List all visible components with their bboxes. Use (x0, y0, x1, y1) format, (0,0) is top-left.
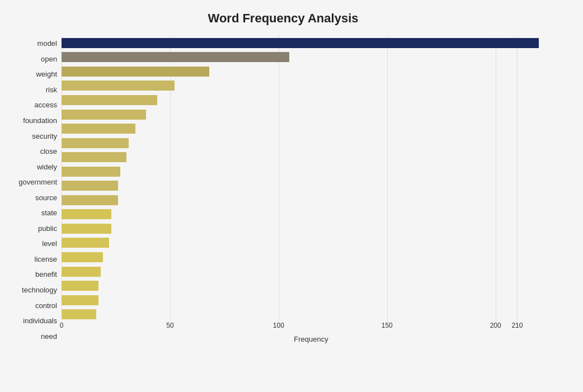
bar (62, 81, 175, 91)
y-label: government (18, 178, 57, 186)
bar (62, 224, 111, 234)
bar (62, 281, 98, 291)
chart-title: Word Frequency Analysis (6, 11, 561, 26)
bar-row (62, 223, 561, 235)
y-label: technology (22, 286, 57, 294)
y-label: open (41, 55, 57, 63)
y-label: weight (36, 70, 57, 78)
y-label: security (32, 133, 57, 140)
bars-rows (62, 36, 561, 322)
x-ticks: 050100150200210 (62, 322, 561, 333)
bar (62, 138, 129, 148)
chart-area: modelopenweightriskaccessfoundationsecur… (6, 36, 561, 344)
y-label: foundation (23, 117, 57, 124)
bar (62, 309, 96, 319)
bar (62, 295, 98, 305)
x-tick-label: 210 (511, 322, 523, 329)
y-label: model (37, 40, 57, 47)
bar (62, 95, 157, 105)
x-tick-label: 50 (166, 322, 173, 329)
bar (62, 181, 118, 191)
bar-row (62, 308, 561, 320)
bar-row (62, 122, 561, 135)
bar (62, 52, 289, 62)
bar (62, 209, 111, 219)
bar (62, 124, 135, 134)
bar (62, 38, 539, 48)
bars-and-xaxis: 050100150200210 Frequency (62, 36, 561, 344)
x-tick-label: 200 (490, 322, 501, 329)
bar-row (62, 266, 561, 278)
x-axis: 050100150200210 Frequency (62, 322, 561, 344)
y-label: public (38, 225, 57, 232)
y-label: risk (46, 86, 57, 93)
bar (62, 110, 146, 120)
bar-row (62, 280, 561, 292)
y-label: close (40, 148, 57, 155)
bar-row (62, 251, 561, 263)
y-label: benefit (35, 271, 57, 278)
bar-row (62, 151, 561, 163)
bar (62, 252, 103, 262)
y-label: individuals (23, 317, 57, 324)
bar (62, 152, 126, 162)
bar-row (62, 94, 561, 106)
bar-row (62, 108, 561, 121)
bar-row (62, 51, 561, 63)
y-labels: modelopenweightriskaccessfoundationsecur… (6, 36, 62, 344)
x-tick-label: 0 (60, 322, 64, 329)
bar (62, 238, 109, 248)
x-tick-label: 150 (382, 322, 393, 329)
y-label: access (35, 101, 57, 108)
bar (62, 195, 118, 205)
bar-row (62, 194, 561, 206)
bar-row (62, 180, 561, 192)
bar-row (62, 166, 561, 178)
y-label: widely (37, 163, 57, 171)
bar (62, 167, 120, 177)
bar-row (62, 37, 561, 49)
y-label: need (41, 333, 57, 340)
bar-row (62, 65, 561, 78)
bar-row (62, 237, 561, 249)
bar-row (62, 79, 561, 92)
bar (62, 267, 101, 277)
bar-row (62, 294, 561, 306)
bar-row (62, 208, 561, 220)
y-label: level (42, 240, 57, 247)
y-label: control (35, 302, 57, 309)
x-axis-label: Frequency (62, 335, 561, 343)
x-tick-label: 100 (273, 322, 284, 329)
bars-area (62, 36, 561, 322)
y-label: license (35, 256, 57, 263)
bar (62, 67, 209, 77)
chart-container: Word Frequency Analysis modelopenweightr… (0, 0, 583, 392)
bar-row (62, 137, 561, 149)
y-label: state (41, 209, 57, 216)
y-label: source (35, 194, 57, 201)
